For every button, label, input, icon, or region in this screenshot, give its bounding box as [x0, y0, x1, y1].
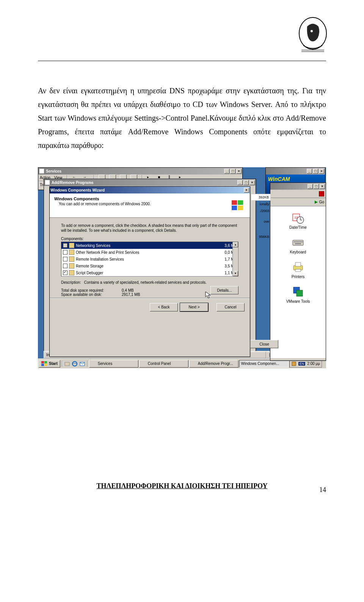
quicklaunch-icon[interactable] [64, 360, 71, 367]
component-icon [69, 250, 74, 255]
wizard-instructions: To add or remove a component, click the … [61, 223, 238, 233]
scroll-down-icon[interactable]: ▾ [233, 271, 238, 276]
window-controlpanel: _ □ × Go 12 [270, 182, 326, 361]
comp-row[interactable]: Other Network File and Print Services 0,… [61, 249, 238, 256]
details-button[interactable]: Details... [210, 286, 238, 294]
svg-rect-13 [301, 241, 303, 242]
maximize-button[interactable]: □ [243, 180, 249, 185]
system-tray: EN 2:00 μμ [289, 360, 322, 368]
close-button[interactable]: × [236, 169, 242, 174]
svg-rect-20 [232, 200, 237, 205]
quicklaunch-outlook-icon[interactable] [79, 360, 86, 367]
addremove-titlebar[interactable]: Add/Remove Programs _ □ × [44, 179, 256, 186]
svg-rect-27 [44, 361, 47, 363]
comp-name: Remote Storage [76, 264, 214, 268]
quicklaunch-ie-icon[interactable] [71, 360, 78, 367]
clock: 2:00 μμ [307, 362, 320, 366]
cp-label: VMware Tools [286, 299, 310, 303]
maximize-button[interactable]: □ [230, 169, 235, 174]
language-indicator[interactable]: EN [298, 362, 306, 366]
close-button[interactable]: × [244, 188, 249, 193]
header-rule [38, 61, 326, 61]
components-label: Components: [61, 237, 238, 241]
list-scrollbar[interactable]: ▴ ▾ [232, 242, 238, 276]
close-button[interactable]: × [319, 169, 324, 174]
svg-rect-26 [41, 361, 44, 363]
wincam-title: WinCAM [268, 176, 323, 182]
cp-label: Date/Time [289, 225, 307, 229]
body-paragraph: Αν δεν είναι εγκατεστημένη η υπηρεσία DN… [38, 84, 326, 152]
taskbar-task-controlpanel[interactable]: Control Panel [139, 360, 188, 368]
services-icon [39, 168, 44, 174]
svg-rect-23 [238, 206, 243, 210]
cp-icon-datetime[interactable]: 12 Date/Time [285, 212, 311, 229]
addremove-peek: 392KB ionally ./2003 ove 956KB [251, 194, 271, 240]
services-titlebar[interactable]: Services _ □ × [38, 168, 242, 174]
scroll-up-icon[interactable]: ▴ [233, 242, 238, 247]
back-button[interactable]: < Back [150, 303, 178, 311]
checkbox[interactable] [63, 243, 67, 248]
wizard-footer: < Back Next > Cancel [50, 298, 250, 316]
checkbox[interactable] [63, 257, 67, 261]
comp-row[interactable]: Script Debugger 1,1 MB [61, 269, 238, 276]
component-icon [69, 270, 74, 275]
svg-rect-16 [295, 262, 301, 266]
minimize-button[interactable]: _ [224, 169, 229, 174]
keyboard-icon [292, 236, 304, 248]
tray-icon[interactable] [291, 361, 297, 366]
cancel-button[interactable]: Cancel [217, 303, 245, 311]
minimize-button[interactable]: _ [308, 184, 313, 189]
checkbox[interactable] [63, 270, 67, 275]
comp-name: Remote Installation Services [76, 257, 214, 261]
svg-point-1 [311, 30, 313, 32]
component-icon [69, 243, 74, 248]
comp-name: Other Network File and Print Services [76, 250, 214, 255]
svg-rect-29 [44, 364, 47, 366]
peek-size: 956KB [251, 233, 271, 240]
component-icon [69, 256, 74, 262]
checkbox[interactable] [63, 250, 67, 255]
maximize-button[interactable]: □ [313, 169, 318, 174]
services-title: Services [46, 169, 61, 173]
comp-row[interactable]: Remote Storage 3,5 MB [61, 262, 238, 269]
svg-rect-12 [300, 241, 301, 242]
window-wizard: Windows Components Wizard × Windows Comp… [49, 186, 250, 357]
svg-rect-7 [293, 240, 303, 245]
addremove-title: Add/Remove Programs [52, 181, 94, 185]
maximize-button[interactable]: □ [314, 184, 319, 189]
taskbar-task-addremove[interactable]: Add/Remove Progr... [189, 360, 238, 368]
svg-rect-10 [297, 241, 298, 242]
close-button[interactable]: × [249, 180, 255, 185]
taskbar-task-wizard[interactable]: Windows Componen... [239, 360, 289, 368]
desc-text: Contains a variety of specialized, netwo… [84, 280, 207, 284]
go-button[interactable]: Go [314, 200, 324, 204]
close-button[interactable]: Close [250, 340, 278, 348]
comp-row-networking[interactable]: Networking Services 3,6 MB [61, 242, 238, 249]
cp-icon-printers[interactable]: Printers [285, 261, 311, 279]
next-button[interactable]: Next > [180, 303, 208, 311]
svg-rect-22 [232, 206, 237, 210]
svg-rect-17 [295, 269, 301, 272]
peek-text: ionally [251, 201, 271, 207]
svg-rect-8 [294, 241, 295, 242]
cp-icon-vmware[interactable]: VMware Tools [285, 286, 311, 303]
cp-label: Keyboard [290, 250, 306, 254]
printers-icon [292, 261, 304, 273]
close-button[interactable]: × [320, 184, 325, 189]
svg-rect-28 [41, 364, 44, 366]
start-button[interactable]: Start [39, 360, 60, 368]
svg-rect-11 [298, 241, 300, 242]
svg-rect-21 [238, 200, 243, 205]
cp-icon-keyboard[interactable]: Keyboard [285, 236, 311, 254]
screenshot-desktop: Services _ □ × Action View ← → ▸ ■ [38, 167, 326, 368]
component-icon [69, 263, 74, 269]
datetime-icon: 12 [292, 212, 304, 224]
minimize-button[interactable]: _ [237, 180, 243, 185]
wizard-titlebar[interactable]: Windows Components Wizard × [50, 187, 250, 193]
taskbar-task-services[interactable]: Services [89, 360, 138, 368]
minimize-button[interactable]: _ [307, 169, 312, 174]
checkbox[interactable] [63, 264, 67, 268]
comp-row[interactable]: Remote Installation Services 1,7 MB [61, 256, 238, 262]
wizard-header: Windows Components You can add or remove… [50, 193, 250, 218]
components-list[interactable]: Networking Services 3,6 MB Other Network… [61, 242, 238, 277]
